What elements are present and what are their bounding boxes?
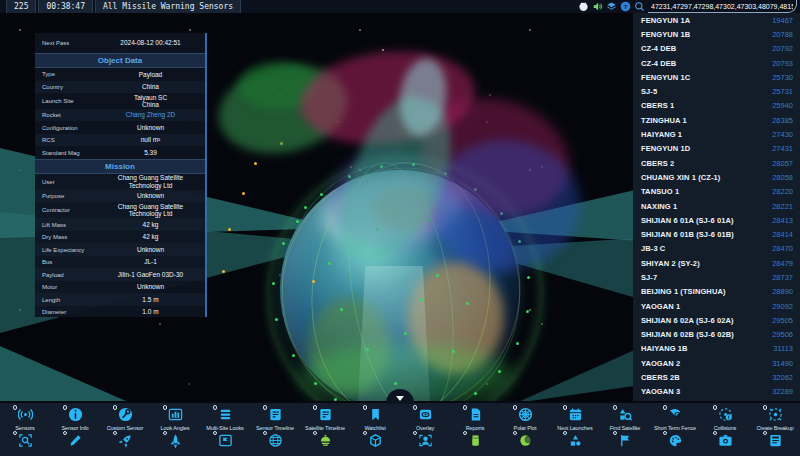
satellite-row[interactable]: BEIJING 1 (TSINGHUA)28890 xyxy=(633,285,800,299)
satellite-row[interactable]: CBERS 2B32062 xyxy=(633,370,800,384)
menu-item-sensor-info[interactable]: Sensor Info xyxy=(50,403,100,431)
menu-item-globe[interactable] xyxy=(250,431,300,448)
satellite-row[interactable]: FENGYUN 1D27431 xyxy=(633,142,800,156)
satellite-row[interactable]: YAOGAN 332289 xyxy=(633,385,800,399)
satellite-name: CZ-4 DEB xyxy=(641,44,676,53)
rocket-link[interactable]: Chang Zheng 2D xyxy=(102,111,205,118)
menu-item-sensors[interactable]: Sensors xyxy=(0,403,50,431)
menu-item-polar-plot[interactable]: Polar Plot xyxy=(500,403,550,431)
menu-item-shapes[interactable] xyxy=(550,431,600,448)
satellite-row[interactable]: NAXING 128221 xyxy=(633,199,800,213)
menu-item-collisions[interactable]: Collisions xyxy=(700,403,750,431)
satellite-row[interactable]: SHIJIAN 6 02A (SJ-6 02A)29505 xyxy=(633,313,800,327)
search-icon[interactable] xyxy=(634,1,645,12)
satellite-id: 25731 xyxy=(772,87,793,96)
menu-item-satellite-timeline[interactable]: Satellite Timeline xyxy=(300,403,350,431)
satellite-row[interactable]: YAOGAN 231490 xyxy=(633,356,800,370)
info-value: China xyxy=(102,83,205,90)
shapes-icon xyxy=(568,433,583,448)
active-sensor-label: All Missile Warning Sensors xyxy=(95,0,241,13)
menu-item-overlay[interactable]: Overlay xyxy=(400,403,450,431)
info-row: RCSnull m² xyxy=(35,134,205,147)
satellite-row[interactable]: SHIJIAN 6 01B (SJ-6 01B)28414 xyxy=(633,227,800,241)
satellite-row[interactable]: JB-3 C28470 xyxy=(633,242,800,256)
menu-item-framedmap[interactable] xyxy=(200,431,250,448)
layers-icon[interactable] xyxy=(606,1,617,12)
satellite-row[interactable]: CZ-4 DEB20792 xyxy=(633,42,800,56)
info-label: Launch Site xyxy=(35,98,102,104)
satellite-row[interactable]: HAIYANG 127430 xyxy=(633,127,800,141)
info-label: Purpose xyxy=(35,193,102,199)
menu-item-short-term-fence[interactable]: Short Term Fence xyxy=(650,403,700,431)
satellite-row[interactable]: SJ-728737 xyxy=(633,270,800,284)
menu-item-palette[interactable] xyxy=(650,431,700,448)
brsearch-icon xyxy=(18,433,33,448)
menu-item-missile[interactable] xyxy=(150,431,200,448)
object-info-panel: Next Pass 2024-08-12 00:42:51 Object Dat… xyxy=(35,33,207,317)
menu-item-dome[interactable] xyxy=(300,431,350,448)
info-row: MotorUnknown xyxy=(35,281,205,294)
satellite-row[interactable]: CBERS 125940 xyxy=(633,99,800,113)
menu-item-next-launches[interactable]: Next Launches xyxy=(550,403,600,431)
next-pass-value: 2024-08-12 00:42:51 xyxy=(102,39,205,46)
menu-item-watchlist[interactable]: Watchlist xyxy=(350,403,400,431)
satellite-row[interactable]: SHIJIAN 6 01A (SJ-6 01A)28413 xyxy=(633,213,800,227)
simulation-clock: 00:38:47 xyxy=(38,0,93,13)
info-label: User xyxy=(35,179,102,185)
satellite-row[interactable]: CBERS 228057 xyxy=(633,156,800,170)
menu-item-astro[interactable] xyxy=(400,431,450,448)
section-header: Object Data xyxy=(35,53,205,68)
info-row: ConfigurationUnknown xyxy=(35,121,205,134)
satellite-row[interactable]: SJ-525731 xyxy=(633,84,800,98)
next-pass-label: Next Pass xyxy=(35,40,102,46)
info-row: Length1.5 m xyxy=(35,293,205,306)
github-icon[interactable] xyxy=(578,1,589,12)
satellite-row[interactable]: HAIYANG 1B31113 xyxy=(633,342,800,356)
info-value: Unknown xyxy=(102,246,205,253)
satellite-row[interactable]: FENGYUN 1B20788 xyxy=(633,27,800,41)
menu-item-brsearch[interactable] xyxy=(0,431,50,448)
satellite-name: FENGYUN 1A xyxy=(641,16,690,25)
info-value: Jilin-1 GaoFen 03D-30 xyxy=(102,271,205,278)
info-value: Taiyaun SC China xyxy=(102,94,205,109)
flag-icon xyxy=(618,433,633,448)
help-icon[interactable]: ? xyxy=(620,1,631,12)
menu-item-camera[interactable] xyxy=(700,431,750,448)
menu-item-rocket[interactable] xyxy=(100,431,150,448)
menu-item-sensor-timeline[interactable]: Sensor Timeline xyxy=(250,403,300,431)
info-value: Payload xyxy=(102,71,205,78)
menu-item-create-breakup[interactable]: Create Breakup xyxy=(750,403,800,431)
satellite-row[interactable]: CZ-4 DEB20793 xyxy=(633,56,800,70)
app-window: 225 00:38:47 All Missile Warning Sensors… xyxy=(0,0,800,456)
menu-item-find-satellite[interactable]: Find Satellite xyxy=(600,403,650,431)
satellite-id: 28479 xyxy=(772,259,793,268)
satellite-row[interactable]: FENGYUN 1C25730 xyxy=(633,70,800,84)
menu-item-flag[interactable] xyxy=(600,431,650,448)
info-label: Contractor xyxy=(35,207,102,213)
polar-icon xyxy=(518,407,533,422)
menu-item-clipboard[interactable] xyxy=(750,431,800,448)
satellite-row[interactable]: TZINGHUA 126385 xyxy=(633,113,800,127)
sound-icon[interactable] xyxy=(592,1,603,12)
satellite-row[interactable]: TANSUO 128220 xyxy=(633,185,800,199)
menu-item-moon[interactable] xyxy=(500,431,550,448)
satellite-id: 28470 xyxy=(772,244,793,253)
camera-icon xyxy=(718,433,733,448)
menu-item-android[interactable] xyxy=(450,431,500,448)
satellite-row[interactable]: CHUANG XIN 1 (CZ-1)28058 xyxy=(633,170,800,184)
satellite-row[interactable]: SHIYAN 2 (SY-2)28479 xyxy=(633,256,800,270)
search-input[interactable] xyxy=(648,0,797,13)
menu-item-look-angles[interactable]: Look Angles xyxy=(150,403,200,431)
satellite-row[interactable]: YAOGAN 129092 xyxy=(633,299,800,313)
satellite-id: 20792 xyxy=(772,44,793,53)
info-value: Unknown xyxy=(102,283,205,290)
satellite-row[interactable]: SHIJIAN 6 02B (SJ-6 02B)29506 xyxy=(633,328,800,342)
menu-item-cube[interactable] xyxy=(350,431,400,448)
satellite-name: FENGYUN 1B xyxy=(641,30,690,39)
menu-item-multi-site-looks[interactable]: Multi-Site Looks xyxy=(200,403,250,431)
satellite-row[interactable]: FENGYUN 1A19467 xyxy=(633,13,800,27)
menu-item-pencil[interactable] xyxy=(50,431,100,448)
menu-item-custom-sensor[interactable]: Custom Sensor xyxy=(100,403,150,431)
menu-item-reports[interactable]: Reports xyxy=(450,403,500,431)
timeline-icon xyxy=(318,407,333,422)
